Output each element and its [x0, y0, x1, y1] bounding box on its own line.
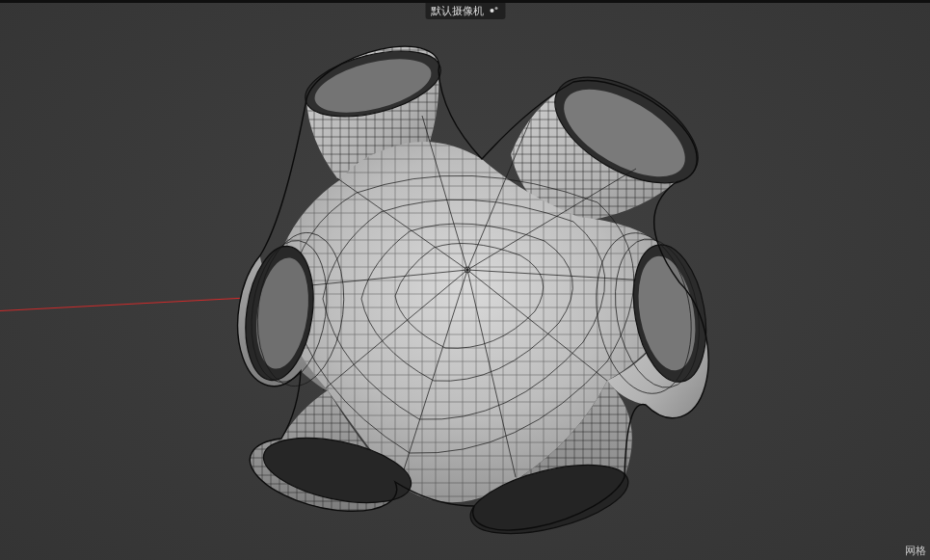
svg-point-4	[538, 56, 715, 205]
tube-front-right	[585, 227, 716, 418]
tube-bottom-right	[464, 381, 635, 547]
svg-point-18	[257, 426, 416, 514]
svg-point-2	[309, 49, 437, 123]
svg-point-6	[465, 267, 470, 273]
svg-point-14	[624, 239, 716, 387]
svg-point-19	[464, 452, 635, 547]
svg-point-9	[238, 242, 322, 385]
camera-label-text: 默认摄像机	[431, 4, 484, 17]
mesh-body-center	[272, 116, 679, 502]
camera-label[interactable]: 默认摄像机	[425, 3, 505, 19]
svg-point-16	[585, 227, 702, 401]
svg-point-5	[550, 71, 699, 194]
svg-point-13	[630, 252, 704, 375]
svg-point-7	[238, 242, 322, 385]
svg-point-0	[299, 39, 447, 128]
svg-point-1	[299, 39, 447, 128]
tube-back-upper-left	[299, 39, 447, 190]
x-axis-line	[0, 296, 272, 311]
mesh-object	[193, 24, 732, 545]
svg-point-8	[250, 254, 315, 372]
tube-bottom-left	[250, 390, 416, 515]
tube-front-left	[238, 227, 353, 391]
svg-point-12	[624, 239, 716, 387]
svg-point-3	[538, 56, 715, 205]
svg-point-11	[250, 227, 353, 391]
tube-back-upper-right	[511, 56, 715, 222]
svg-point-20	[464, 452, 635, 547]
viewport-3d[interactable]: 默认摄像机 网格	[0, 0, 930, 560]
svg-point-17	[257, 426, 416, 514]
camera-indicator-icon	[488, 5, 499, 16]
statusbar-mode-label: 网格	[905, 544, 926, 558]
svg-point-10	[243, 235, 335, 387]
svg-point-15	[604, 232, 710, 394]
mesh-outline	[238, 46, 708, 530]
